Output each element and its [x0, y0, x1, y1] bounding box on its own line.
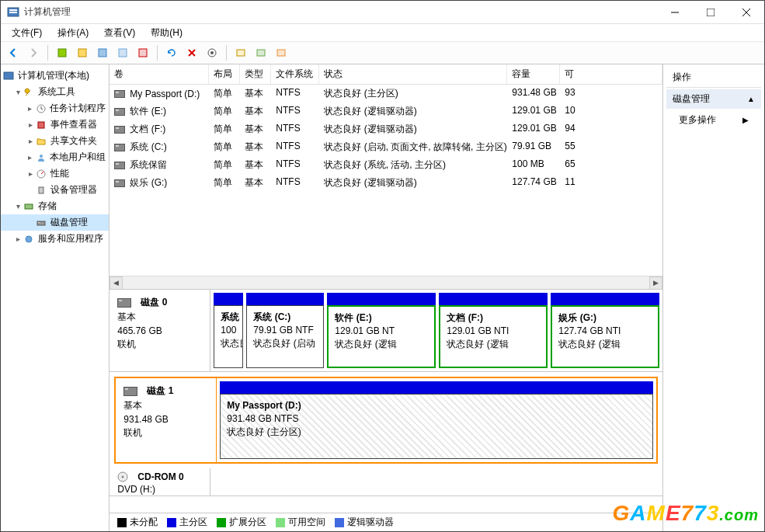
tree-device-manager[interactable]: 设备管理器	[1, 182, 109, 198]
cdrom-header: CD-ROM 0 DVD (H:)	[110, 468, 210, 495]
toolbar-icon-4[interactable]	[113, 43, 132, 62]
partition[interactable]: 娱乐 (G:)127.74 GB NTI状态良好 (逻辑	[551, 293, 659, 368]
vol-free: 55	[560, 139, 662, 155]
tree-event-viewer[interactable]: ▸事件查看器	[1, 116, 109, 133]
volume-icon	[114, 108, 125, 116]
svg-point-31	[122, 476, 124, 478]
tree-task-scheduler[interactable]: ▸任务计划程序	[1, 100, 109, 116]
legend-logical: 逻辑驱动器	[335, 516, 394, 529]
partition-bar	[220, 381, 653, 394]
toolbar-icon-1[interactable]	[53, 43, 71, 62]
refresh-button[interactable]	[162, 43, 181, 62]
disk-row-0[interactable]: 磁盘 0 基本 465.76 GB 联机 系统100状态良好 (系统 (C:)7…	[110, 290, 662, 372]
actions-more-label: 更多操作	[679, 113, 716, 127]
table-row[interactable]: 系统 (C:)简单基本NTFS状态良好 (启动, 页面文件, 故障转储, 主分区…	[110, 138, 662, 156]
tree-local-users[interactable]: ▸本地用户和组	[1, 149, 109, 165]
col-capacity[interactable]: 容量	[507, 64, 560, 84]
tree-shared-folders[interactable]: ▸共享文件夹	[1, 133, 109, 149]
partition[interactable]: 文档 (F:)129.01 GB NTI状态良好 (逻辑	[439, 293, 548, 368]
volume-list: 卷 布局 类型 文件系统 状态 容量 可 My Passport (D:)简单基…	[110, 64, 662, 290]
menu-action[interactable]: 操作(A)	[51, 25, 95, 41]
tree-system-tools[interactable]: ▾ 系统工具	[1, 84, 109, 100]
computer-icon	[2, 70, 15, 82]
svg-rect-1	[9, 9, 17, 11]
actions-group-label: 磁盘管理	[673, 92, 710, 106]
delete-button[interactable]	[183, 43, 201, 62]
actions-title: 操作	[666, 68, 761, 88]
vol-layout: 简单	[209, 157, 240, 173]
nav-tree[interactable]: 计算机管理(本地) ▾ 系统工具 ▸任务计划程序 ▸事件查看器 ▸共享文件夹 ▸…	[1, 64, 110, 531]
volume-icon	[114, 126, 125, 134]
clock-icon	[35, 103, 47, 115]
properties-button[interactable]	[203, 43, 221, 62]
vol-type: 基本	[240, 175, 271, 191]
partition-name: My Passport (D:)	[227, 399, 646, 412]
toolbar-icon-2[interactable]	[73, 43, 92, 62]
vol-cap: 127.74 GB	[507, 175, 560, 191]
vol-layout: 简单	[209, 175, 240, 191]
collapse-icon[interactable]: ▲	[747, 95, 755, 103]
expand-icon[interactable]: ▸	[13, 235, 23, 243]
menu-help[interactable]: 帮助(H)	[144, 25, 189, 41]
expand-icon[interactable]: ▾	[13, 202, 23, 210]
partition[interactable]: 系统 (C:)79.91 GB NTF状态良好 (启动	[246, 293, 324, 368]
col-fs[interactable]: 文件系统	[271, 64, 319, 84]
scroll-right-icon[interactable]: ▶	[649, 276, 662, 290]
table-row[interactable]: My Passport (D:)简单基本NTFS状态良好 (主分区)931.48…	[110, 85, 662, 103]
close-button[interactable]	[728, 1, 764, 24]
toolbar-icon-3[interactable]	[93, 43, 112, 62]
svg-rect-16	[237, 50, 245, 56]
volume-rows[interactable]: My Passport (D:)简单基本NTFS状态良好 (主分区)931.48…	[110, 85, 662, 276]
separator	[226, 45, 227, 61]
minimize-button[interactable]	[657, 1, 693, 24]
volume-header: 卷 布局 类型 文件系统 状态 容量 可	[110, 64, 662, 85]
actions-group[interactable]: 磁盘管理 ▲	[666, 89, 761, 109]
separator	[157, 45, 158, 61]
scroll-track[interactable]	[123, 276, 649, 290]
table-row[interactable]: 软件 (E:)简单基本NTFS状态良好 (逻辑驱动器)129.01 GB10	[110, 103, 662, 120]
toolbar-icon-6[interactable]	[231, 43, 250, 62]
toolbar-icon-5[interactable]	[134, 43, 152, 62]
table-row[interactable]: 系统保留简单基本NTFS状态良好 (系统, 活动, 主分区)100 MB65	[110, 156, 662, 174]
partition[interactable]: 软件 (E:)129.01 GB NT状态良好 (逻辑	[327, 293, 436, 368]
toolbar-icon-7[interactable]	[252, 43, 270, 62]
partition-bar	[246, 293, 324, 305]
table-row[interactable]: 娱乐 (G:)简单基本NTFS状态良好 (逻辑驱动器)127.74 GB11	[110, 174, 662, 192]
tree-storage[interactable]: ▾ 存储	[1, 198, 109, 214]
partition[interactable]: 系统100状态良好 (	[214, 293, 243, 368]
h-scrollbar[interactable]: ◀ ▶	[110, 276, 662, 289]
vol-status: 状态良好 (逻辑驱动器)	[319, 175, 507, 191]
col-free[interactable]: 可	[560, 64, 662, 84]
cdrom-body	[210, 468, 662, 495]
col-layout[interactable]: 布局	[209, 64, 240, 84]
scroll-left-icon[interactable]: ◀	[110, 276, 123, 290]
vol-fs: NTFS	[271, 103, 319, 120]
partition-status: 状态良好 (逻辑	[447, 338, 540, 351]
disk1-header: 磁盘 1 基本 931.48 GB 联机	[116, 378, 217, 462]
maximize-button[interactable]	[693, 1, 728, 24]
actions-more[interactable]: 更多操作 ▶	[666, 109, 761, 131]
col-status[interactable]: 状态	[319, 64, 507, 84]
tree-services[interactable]: ▸ 服务和应用程序	[1, 231, 109, 247]
expand-icon[interactable]: ▾	[13, 88, 23, 96]
tree-performance[interactable]: ▸性能	[1, 165, 109, 182]
tree-label: 设备管理器	[50, 183, 97, 196]
tree-disk-management[interactable]: 磁盘管理	[1, 214, 109, 231]
partition-info: My Passport (D:) 931.48 GB NTFS 状态良好 (主分…	[220, 394, 653, 459]
table-row[interactable]: 文档 (F:)简单基本NTFS状态良好 (逻辑驱动器)129.01 GB94	[110, 120, 662, 138]
volume-icon	[114, 162, 125, 169]
volume-icon	[114, 144, 125, 151]
menu-view[interactable]: 查看(V)	[98, 25, 141, 41]
tree-root[interactable]: 计算机管理(本地)	[1, 68, 109, 84]
back-button[interactable]	[4, 43, 23, 62]
partition[interactable]: My Passport (D:) 931.48 GB NTFS 状态良好 (主分…	[220, 381, 653, 459]
disk-row-cd[interactable]: CD-ROM 0 DVD (H:)	[110, 468, 662, 496]
menu-file[interactable]: 文件(F)	[5, 25, 48, 41]
col-type[interactable]: 类型	[240, 64, 271, 84]
partition-info: 软件 (E:)129.01 GB NT状态良好 (逻辑	[327, 305, 436, 368]
disk-row-1[interactable]: 磁盘 1 基本 931.48 GB 联机 My Passport (D:) 93…	[114, 377, 658, 464]
col-volume[interactable]: 卷	[110, 64, 209, 84]
legend-primary: 主分区	[167, 516, 207, 529]
forward-button[interactable]	[24, 43, 43, 62]
toolbar-icon-8[interactable]	[272, 43, 290, 62]
